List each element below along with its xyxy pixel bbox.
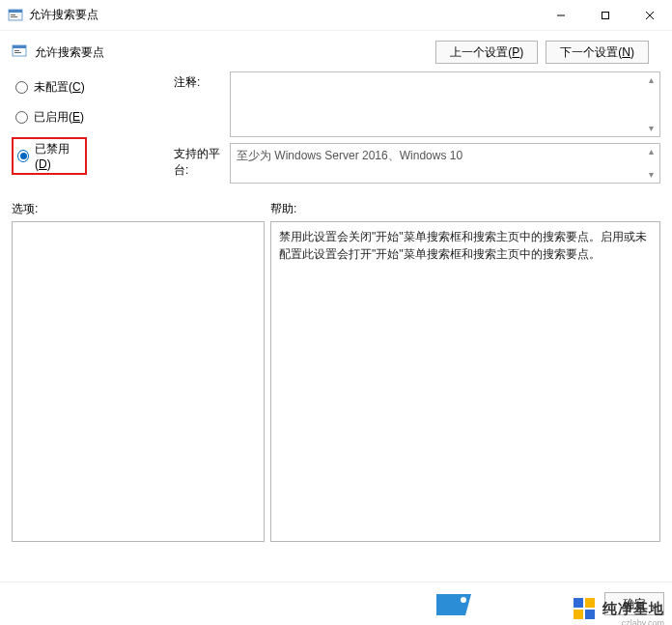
policy-icon — [12, 43, 27, 62]
help-panel: 禁用此设置会关闭"开始"菜单搜索框和搜索主页中的搜索要点。启用或未配置此设置会打… — [270, 221, 660, 542]
options-panel — [12, 221, 265, 542]
svg-rect-2 — [11, 14, 15, 15]
app-icon — [8, 8, 23, 23]
svg-rect-13 — [574, 598, 583, 608]
window-title: 允许搜索要点 — [29, 7, 98, 23]
radio-icon — [17, 150, 29, 162]
radio-disabled-highlight: 已禁用(D) — [12, 137, 87, 175]
svg-point-12 — [461, 597, 466, 603]
scroll-up-icon[interactable]: ▴ — [644, 145, 658, 158]
svg-rect-11 — [14, 52, 21, 53]
watermark: 纯净基地 czlaby.com — [572, 596, 664, 621]
svg-rect-9 — [13, 45, 26, 48]
section-labels: 选项: 帮助: — [0, 184, 672, 221]
policy-title: 允许搜索要点 — [35, 44, 104, 61]
scroll-down-icon[interactable]: ▾ — [644, 122, 658, 135]
state-radio-group: 未配置(C) 已启用(E) 已禁用(D) — [12, 70, 174, 184]
svg-rect-3 — [11, 16, 17, 17]
window-controls — [539, 0, 672, 30]
help-text: 禁用此设置会关闭"开始"菜单搜索框和搜索主页中的搜索要点。启用或未配置此设置会打… — [279, 230, 647, 261]
scroll-up-icon[interactable]: ▴ — [644, 73, 658, 87]
scroll-down-icon[interactable]: ▾ — [644, 168, 658, 182]
svg-rect-16 — [585, 610, 595, 619]
radio-icon — [15, 81, 28, 94]
radio-icon — [15, 111, 28, 124]
svg-rect-1 — [9, 10, 22, 13]
radio-not-configured[interactable]: 未配置(C) — [12, 77, 174, 98]
help-label: 帮助: — [270, 201, 296, 217]
svg-rect-5 — [602, 12, 609, 18]
maximize-button[interactable] — [583, 0, 628, 30]
svg-rect-15 — [574, 610, 583, 619]
previous-setting-button[interactable]: 上一个设置(P) — [435, 41, 538, 64]
overlay-logo-icon — [434, 590, 477, 619]
comment-label: 注释: — [174, 71, 228, 91]
svg-rect-14 — [585, 598, 595, 608]
subtitle-row: 允许搜索要点 上一个设置(P) 下一个设置(N) — [0, 31, 672, 70]
close-button[interactable] — [628, 0, 672, 30]
supported-on-value: 至少为 Windows Server 2016、Windows 10 — [237, 149, 462, 162]
supported-on-label: 支持的平台: — [174, 143, 228, 179]
watermark-domain: czlaby.com — [622, 618, 664, 626]
title-bar: 允许搜索要点 — [0, 0, 672, 31]
radio-enabled[interactable]: 已启用(E) — [12, 107, 174, 128]
svg-rect-10 — [14, 50, 19, 51]
minimize-button[interactable] — [539, 0, 583, 30]
watermark-brand: 纯净基地 — [602, 600, 664, 616]
supported-on-box: 至少为 Windows Server 2016、Windows 10 ▴ ▾ — [230, 143, 660, 184]
radio-disabled[interactable]: 已禁用(D) — [17, 141, 81, 171]
options-label: 选项: — [12, 201, 270, 217]
watermark-icon — [572, 596, 597, 621]
comment-textarea[interactable]: ▴ ▾ — [230, 71, 660, 137]
bottom-bar: 确定 纯净基地 czlaby.com — [0, 582, 672, 625]
next-setting-button[interactable]: 下一个设置(N) — [546, 41, 649, 64]
